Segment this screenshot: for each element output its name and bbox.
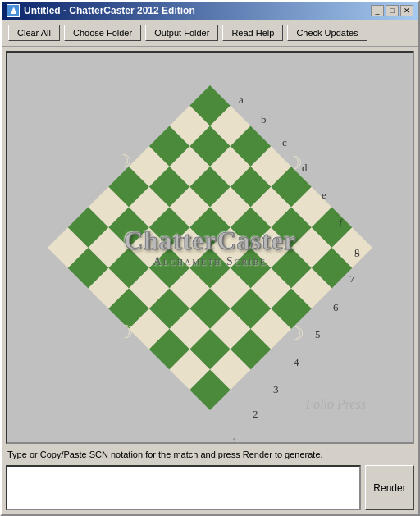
chessboard: ☽☽☽☽ — [48, 85, 372, 410]
input-row: Render — [6, 465, 414, 510]
read-help-button[interactable]: Read Help — [222, 25, 283, 41]
chess-grid — [48, 85, 372, 410]
close-button[interactable]: ✕ — [400, 5, 413, 16]
board-container: ☽☽☽☽ a b c d e f g 7 6 5 4 3 2 1 Chatte — [30, 67, 390, 428]
col-label-d: d — [302, 162, 308, 175]
titlebar-left: ♟ Untitled - ChatterCaster 2012 Edition — [7, 4, 195, 17]
render-button[interactable]: Render — [365, 465, 414, 510]
app-icon: ♟ — [7, 4, 20, 17]
clear-all-button[interactable]: Clear All — [8, 25, 60, 41]
toolbar: Clear All Choose Folder Output Folder Re… — [2, 20, 418, 47]
instruction-text: Type or Copy/Paste SCN notation for the … — [6, 447, 414, 462]
row-label-6: 6 — [333, 301, 339, 314]
titlebar: ♟ Untitled - ChatterCaster 2012 Edition … — [2, 2, 418, 20]
col-label-f: f — [339, 217, 342, 230]
board-area: ☽☽☽☽ a b c d e f g 7 6 5 4 3 2 1 Chatte — [6, 51, 414, 444]
corner-symbol-left: ☽ — [116, 151, 132, 172]
scn-input[interactable] — [6, 465, 361, 510]
row-label-5: 5 — [315, 328, 321, 341]
row-label-1: 1 — [232, 435, 238, 445]
main-content: ☽☽☽☽ a b c d e f g 7 6 5 4 3 2 1 Chatte — [2, 47, 418, 514]
folio-watermark: Folio Press — [305, 397, 366, 412]
minimize-button[interactable]: _ — [371, 5, 384, 16]
col-label-b: b — [261, 113, 267, 126]
row-label-2: 2 — [253, 408, 258, 421]
choose-folder-button[interactable]: Choose Folder — [64, 25, 141, 41]
corner-symbol-bottom: ☽ — [117, 321, 134, 342]
row-label-4: 4 — [294, 356, 299, 369]
corner-symbol-top: ☽ — [286, 153, 303, 174]
output-folder-button[interactable]: Output Folder — [145, 25, 218, 41]
row-label-3: 3 — [273, 383, 279, 396]
col-label-g: g — [354, 244, 360, 258]
corner-symbol-right: ☽ — [288, 322, 304, 344]
check-updates-button[interactable]: Check Updates — [287, 25, 367, 41]
bottom-section: Type or Copy/Paste SCN notation for the … — [6, 444, 414, 510]
window-title: Untitled - ChatterCaster 2012 Edition — [24, 5, 195, 16]
col-label-e: e — [322, 189, 326, 202]
col-label-a: a — [239, 94, 244, 107]
col-label-c: c — [282, 136, 287, 149]
titlebar-controls: _ □ ✕ — [371, 5, 413, 16]
maximize-button[interactable]: □ — [386, 5, 399, 16]
main-window: ♟ Untitled - ChatterCaster 2012 Edition … — [0, 0, 420, 516]
row-label-7: 7 — [349, 272, 355, 285]
